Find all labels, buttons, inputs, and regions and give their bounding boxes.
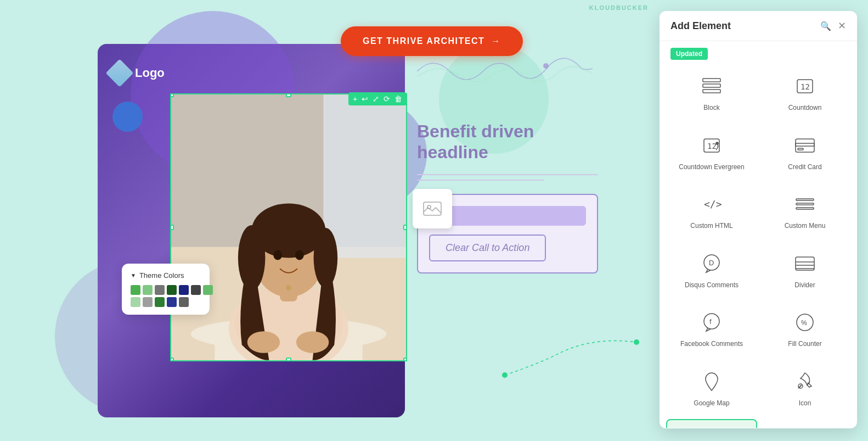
benefit-headline: Benefit driven headline xyxy=(417,121,598,163)
element-divider[interactable]: Divider xyxy=(759,242,850,299)
photo-icon xyxy=(421,198,443,220)
color-swatch[interactable] xyxy=(143,285,153,295)
credit-card-label: Credit Card xyxy=(788,163,821,172)
divider-line-2 xyxy=(417,180,544,181)
toolbar-add[interactable]: + xyxy=(353,94,357,103)
photo-svg xyxy=(171,94,406,360)
element-disqus-comments[interactable]: D Disqus Comments xyxy=(666,242,757,299)
chevron-down-icon: ▼ xyxy=(131,272,136,278)
svg-text:12: 12 xyxy=(801,82,810,91)
svg-rect-36 xyxy=(796,203,814,205)
handle-bl[interactable] xyxy=(170,358,174,361)
handle-tm[interactable] xyxy=(286,93,291,97)
facebook-comments-icon: f xyxy=(698,309,725,336)
element-countdown[interactable]: 12 Countdown xyxy=(759,64,850,121)
svg-rect-24 xyxy=(703,84,720,87)
color-swatch[interactable] xyxy=(167,285,177,295)
handle-tl[interactable] xyxy=(170,93,174,97)
countdown-evergreen-icon: 12 xyxy=(698,132,725,159)
svg-rect-37 xyxy=(796,208,814,209)
handle-ml[interactable] xyxy=(170,225,174,230)
color-swatch[interactable] xyxy=(131,285,140,295)
wave-svg xyxy=(417,44,593,99)
updated-badge: Updated xyxy=(670,48,708,60)
svg-point-16 xyxy=(247,331,280,353)
custom-menu-icon xyxy=(792,191,818,217)
elements-grid: Block 12 Countdown 12 Countdown Evergree… xyxy=(660,60,857,428)
svg-point-49 xyxy=(709,377,714,381)
svg-point-30 xyxy=(716,142,718,144)
logo-icon xyxy=(106,59,134,87)
handle-br[interactable] xyxy=(403,358,407,361)
cta-inner-box xyxy=(429,206,586,226)
icon-label: Icon xyxy=(799,399,811,408)
toolbar-resize[interactable]: ⤢ xyxy=(373,94,379,103)
countdown-icon: 12 xyxy=(792,73,818,99)
countdown-evergreen-label: Countdown Evergreen xyxy=(679,163,744,172)
image-toolbar: + ↩ ⤢ ⟳ 🗑 xyxy=(348,92,407,105)
google-map-icon xyxy=(698,369,725,395)
toolbar-delete[interactable]: 🗑 xyxy=(394,94,402,103)
image-placeholder-icon xyxy=(413,189,452,228)
element-fill-counter[interactable]: % Fill Counter xyxy=(759,300,850,358)
clear-cta-label: Clear Call to Action xyxy=(446,242,529,253)
svg-text:D: D xyxy=(709,259,714,267)
svg-point-13 xyxy=(273,250,282,260)
svg-point-22 xyxy=(634,339,639,345)
panel-title: Add Element xyxy=(670,20,731,32)
element-lead-generation[interactable]: Lead Generation xyxy=(666,419,757,428)
svg-point-17 xyxy=(296,331,329,353)
element-custom-html[interactable]: </> Custom HTML xyxy=(666,182,757,239)
toolbar-refresh[interactable]: ⟳ xyxy=(384,94,390,103)
deco-circle-blue xyxy=(112,102,143,132)
element-custom-menu[interactable]: Custom Menu xyxy=(759,182,850,239)
photo-fill xyxy=(171,94,406,360)
rocket-icon xyxy=(792,369,818,395)
svg-text:f: f xyxy=(709,317,712,326)
panel-header-icons: 🔍 ✕ xyxy=(820,20,846,32)
logo-text: Logo xyxy=(135,66,165,80)
clear-cta-button[interactable]: Clear Call to Action xyxy=(429,235,546,261)
element-facebook-comments[interactable]: f Facebook Comments xyxy=(666,300,757,358)
element-countdown-evergreen[interactable]: 12 Countdown Evergreen xyxy=(666,124,757,181)
color-swatch[interactable] xyxy=(191,285,201,295)
divider-icon xyxy=(792,250,818,277)
facebook-comments-label: Facebook Comments xyxy=(680,340,743,349)
search-icon[interactable]: 🔍 xyxy=(820,21,831,31)
logo-area: Logo xyxy=(110,63,165,83)
color-grid xyxy=(131,285,201,307)
theme-colors-label: Theme Colors xyxy=(139,271,184,280)
color-swatch[interactable] xyxy=(143,297,153,307)
theme-colors-header: ▼ Theme Colors xyxy=(131,271,201,280)
color-swatch[interactable] xyxy=(155,297,165,307)
custom-menu-label: Custom Menu xyxy=(785,222,826,231)
handle-bm[interactable] xyxy=(286,358,291,361)
svg-rect-25 xyxy=(703,90,720,93)
close-icon[interactable]: ✕ xyxy=(838,20,846,32)
color-swatch[interactable] xyxy=(167,297,177,307)
element-google-map[interactable]: Google Map xyxy=(666,360,757,417)
svg-rect-33 xyxy=(798,148,803,150)
google-map-label: Google Map xyxy=(694,399,729,408)
color-swatch[interactable] xyxy=(203,285,213,295)
svg-rect-32 xyxy=(796,143,814,146)
color-swatch[interactable] xyxy=(179,297,189,307)
element-block[interactable]: Block xyxy=(666,64,757,121)
color-swatch[interactable] xyxy=(131,297,140,307)
credit-card-icon xyxy=(792,132,818,159)
content-area: Benefit driven headline Clear Call to Ac… xyxy=(417,44,598,428)
element-credit-card[interactable]: Credit Card xyxy=(759,124,850,181)
handle-mr[interactable] xyxy=(403,225,407,230)
watermark: KLOUDBUCKER xyxy=(589,4,649,11)
svg-rect-18 xyxy=(424,202,441,215)
image-container[interactable]: ✛ xyxy=(170,93,407,361)
custom-html-icon: </> xyxy=(698,191,725,217)
color-swatch[interactable] xyxy=(155,285,165,295)
fill-counter-icon: % xyxy=(792,309,818,336)
color-swatch[interactable] xyxy=(179,285,189,295)
element-icon[interactable]: Icon xyxy=(759,360,850,417)
divider-line-1 xyxy=(417,174,598,175)
svg-text:12: 12 xyxy=(707,142,717,150)
toolbar-undo[interactable]: ↩ xyxy=(362,94,368,103)
svg-point-15 xyxy=(286,285,291,291)
